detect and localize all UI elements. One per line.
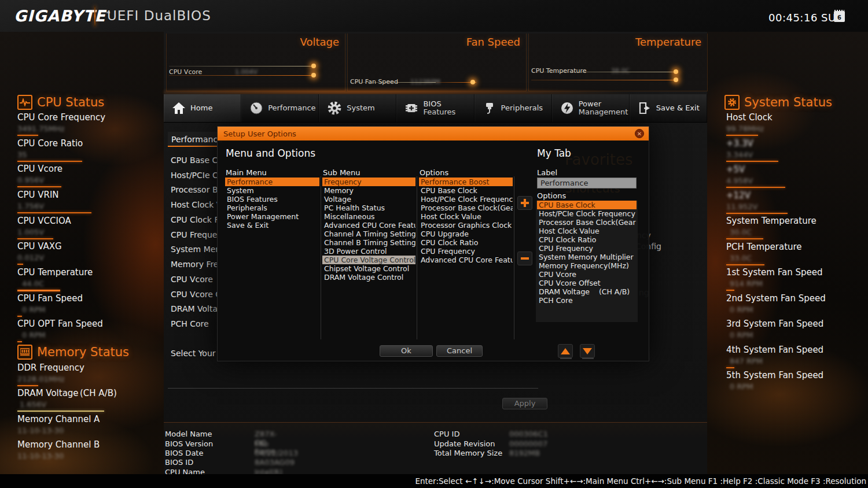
apply-button[interactable]: Apply — [502, 398, 547, 409]
my-options-item[interactable]: Processor Base Clock(Gear — [537, 218, 637, 227]
status-value: 0.012V — [17, 253, 156, 262]
bg-list-item[interactable]: CPU Vcore Off — [171, 290, 217, 299]
cpu-status-header: CPU Status — [17, 95, 104, 110]
sub-menu-item[interactable]: PC Health Status — [322, 204, 415, 212]
sub-menu-item[interactable]: Chipset Voltage Control — [322, 264, 415, 273]
options-item-selected[interactable]: Performance Boost — [419, 178, 513, 186]
bg-list-item[interactable]: Host/PCIe Clo — [171, 171, 217, 180]
sub-menu-item[interactable]: Memory — [322, 186, 415, 195]
status-item: Memory Channel B 11-10-13-30 — [17, 439, 156, 460]
status-label: +12V — [726, 190, 865, 201]
my-options-item-selected[interactable]: CPU Base Clock — [537, 201, 637, 209]
sub-menu-list: Frequency Memory Voltage PC Health Statu… — [322, 178, 415, 282]
my-tab-heading: My Tab — [537, 147, 571, 159]
sub-menu-item[interactable]: Voltage — [322, 195, 415, 204]
bg-list-item[interactable]: CPU Vcore — [171, 275, 217, 284]
options-item[interactable]: Advanced CPU Core Feature — [419, 256, 513, 264]
tab-bios-features[interactable]: BIOS Features — [396, 94, 474, 122]
options-item[interactable]: CPU Frequency — [419, 247, 513, 256]
bg-list-item[interactable]: CPU Frequenc — [171, 230, 217, 239]
tab-performance[interactable]: Performance — [241, 94, 319, 122]
my-options-item[interactable]: CPU Vcore — [537, 270, 637, 279]
status-label: 4th System Fan Speed — [726, 345, 865, 355]
bg-list-item[interactable]: PCH Core — [171, 319, 217, 328]
options-item[interactable]: CPU Upgrade — [419, 230, 513, 238]
tab-power-management[interactable]: Power Management — [552, 94, 630, 122]
main-menu-item[interactable]: System — [225, 186, 319, 195]
options-item[interactable]: CPU Clock Ratio — [419, 238, 513, 247]
sub-menu-item[interactable]: DRAM Voltage Control — [322, 273, 415, 282]
status-item: PCH Temperature 33.0C — [726, 242, 865, 265]
main-menu-item[interactable]: Save & Exit — [225, 221, 319, 230]
status-underline — [17, 212, 91, 213]
my-options-item[interactable]: Host/PCIe Clock Frequency — [537, 209, 637, 218]
move-up-button[interactable] — [558, 344, 573, 358]
tab-system[interactable]: System — [319, 94, 396, 122]
my-options-item[interactable]: CPU Clock Ratio — [537, 235, 637, 244]
sub-menu-item-selected[interactable]: Frequency — [322, 178, 415, 186]
cancel-button[interactable]: Cancel — [436, 345, 483, 357]
gear-icon — [724, 95, 740, 110]
system-status-title: System Status — [744, 95, 832, 109]
my-options-item[interactable]: CPU Frequency — [537, 244, 637, 253]
options-item[interactable]: Host Clock Value — [419, 212, 513, 221]
temperature-gauge-title: Temperature — [635, 36, 701, 48]
gauge-marker — [674, 77, 678, 82]
peripheral-icon — [483, 101, 496, 115]
memory-status-header: Memory Status — [17, 345, 129, 360]
close-icon[interactable]: ✕ — [635, 129, 644, 138]
options-item[interactable]: Processor Graphics Clock — [419, 221, 513, 230]
bg-list-item[interactable]: CPU Base Cloc — [171, 156, 217, 165]
sub-menu-item[interactable]: 3D Power Control — [322, 247, 415, 256]
status-value: 0 RPM — [22, 305, 156, 314]
my-options-item[interactable]: System Memory Multiplier — [537, 253, 637, 261]
status-underline — [726, 161, 778, 162]
move-down-button[interactable] — [580, 344, 595, 358]
status-value: 0 RPM — [730, 305, 865, 314]
status-item: Memory Channel A 11-10-13-30 — [17, 414, 156, 435]
sub-menu-item-highlighted[interactable]: CPU Core Voltage Control — [322, 256, 415, 264]
my-options-item[interactable]: PCH Core — [537, 296, 637, 305]
remove-option-button[interactable] — [517, 252, 532, 265]
main-menu-item-selected[interactable]: Performance — [225, 178, 319, 186]
tab-peripherals[interactable]: Peripherals — [475, 94, 552, 122]
dialog-titlebar[interactable]: Setup User Options ✕ — [218, 127, 649, 141]
performance-page-tab[interactable]: Performance — [168, 132, 217, 147]
status-item: CPU VAXG 0.012V — [17, 241, 156, 265]
info-label: Model Name — [165, 430, 212, 438]
sub-menu-item[interactable]: Miscellaneous — [322, 212, 415, 221]
bg-list-item[interactable]: DRAM Voltage — [171, 304, 217, 313]
main-menu-item[interactable]: BIOS Features — [225, 195, 319, 204]
status-underline — [17, 161, 82, 162]
add-option-button[interactable] — [517, 196, 532, 210]
sub-menu-item[interactable]: Channel B Timing Settings — [322, 238, 415, 247]
options-header: Options — [420, 168, 448, 177]
my-options-item[interactable]: Memory Frequency(MHz) — [537, 261, 637, 270]
my-options-item[interactable]: CPU Vcore Offset — [537, 279, 637, 287]
ok-button[interactable]: Ok — [380, 345, 433, 357]
tab-home[interactable]: Home — [164, 94, 241, 122]
my-options-item[interactable]: DRAM Voltage (CH A/B) — [537, 287, 637, 296]
bg-list-item[interactable]: Processor Bas — [171, 185, 217, 194]
main-menu-item[interactable]: Peripherals — [225, 204, 319, 212]
gear-icon — [327, 101, 342, 116]
options-item[interactable]: Processor Base Clock(Gear — [419, 204, 513, 212]
temperature-gauge: Temperature CPU Temperature 38.0C — [528, 34, 708, 91]
options-item[interactable]: CPU Base Clock — [419, 186, 513, 195]
sub-menu-item[interactable]: Channel A Timing Settings — [322, 230, 415, 238]
bg-list-item[interactable]: Host Clock Va — [171, 200, 217, 209]
sub-menu-item[interactable]: Advanced CPU Core Feature — [322, 221, 415, 230]
gauge-marker — [311, 73, 316, 77]
voltage-gauge-value: 1.004V — [235, 68, 258, 76]
bg-list-item[interactable]: Memory Frequ — [171, 260, 217, 269]
options-item[interactable]: Host/PCIe Clock Frequency — [419, 195, 513, 204]
status-underline — [17, 316, 22, 317]
status-item: +12V 11.952V — [726, 190, 865, 214]
main-menu-item[interactable]: Power Management — [225, 212, 319, 221]
label-input[interactable]: Performance — [537, 178, 637, 188]
bg-list-item[interactable]: System Memo — [171, 245, 217, 254]
my-options-item[interactable]: Host Clock Value — [537, 227, 637, 235]
bg-list-item[interactable]: CPU Clock Rat — [171, 215, 217, 224]
tab-save-exit[interactable]: Save & Exit — [630, 94, 707, 122]
calendar-icon[interactable]: 6 — [834, 11, 845, 22]
